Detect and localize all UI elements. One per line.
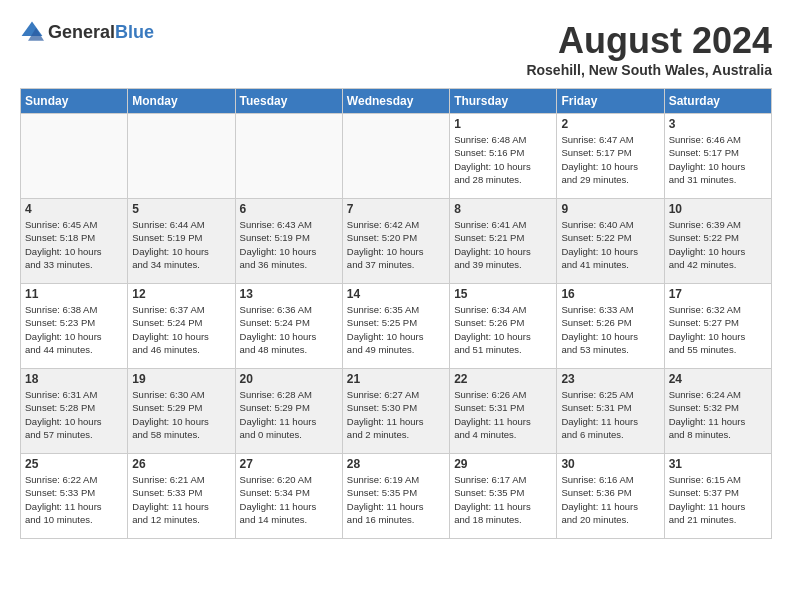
day-info: Sunrise: 6:46 AM Sunset: 5:17 PM Dayligh… bbox=[669, 133, 767, 186]
calendar-cell: 27Sunrise: 6:20 AM Sunset: 5:34 PM Dayli… bbox=[235, 454, 342, 539]
week-row-3: 11Sunrise: 6:38 AM Sunset: 5:23 PM Dayli… bbox=[21, 284, 772, 369]
calendar-cell: 14Sunrise: 6:35 AM Sunset: 5:25 PM Dayli… bbox=[342, 284, 449, 369]
day-info: Sunrise: 6:31 AM Sunset: 5:28 PM Dayligh… bbox=[25, 388, 123, 441]
calendar-cell: 20Sunrise: 6:28 AM Sunset: 5:29 PM Dayli… bbox=[235, 369, 342, 454]
week-row-4: 18Sunrise: 6:31 AM Sunset: 5:28 PM Dayli… bbox=[21, 369, 772, 454]
day-info: Sunrise: 6:37 AM Sunset: 5:24 PM Dayligh… bbox=[132, 303, 230, 356]
day-number: 14 bbox=[347, 287, 445, 301]
calendar-cell: 7Sunrise: 6:42 AM Sunset: 5:20 PM Daylig… bbox=[342, 199, 449, 284]
calendar-cell: 1Sunrise: 6:48 AM Sunset: 5:16 PM Daylig… bbox=[450, 114, 557, 199]
day-info: Sunrise: 6:40 AM Sunset: 5:22 PM Dayligh… bbox=[561, 218, 659, 271]
day-info: Sunrise: 6:19 AM Sunset: 5:35 PM Dayligh… bbox=[347, 473, 445, 526]
day-info: Sunrise: 6:26 AM Sunset: 5:31 PM Dayligh… bbox=[454, 388, 552, 441]
weekday-header-wednesday: Wednesday bbox=[342, 89, 449, 114]
day-number: 8 bbox=[454, 202, 552, 216]
weekday-header-thursday: Thursday bbox=[450, 89, 557, 114]
day-info: Sunrise: 6:43 AM Sunset: 5:19 PM Dayligh… bbox=[240, 218, 338, 271]
logo-general-text: General bbox=[48, 22, 115, 42]
calendar-cell: 10Sunrise: 6:39 AM Sunset: 5:22 PM Dayli… bbox=[664, 199, 771, 284]
day-number: 3 bbox=[669, 117, 767, 131]
day-number: 1 bbox=[454, 117, 552, 131]
logo-blue-text: Blue bbox=[115, 22, 154, 42]
day-info: Sunrise: 6:16 AM Sunset: 5:36 PM Dayligh… bbox=[561, 473, 659, 526]
day-number: 7 bbox=[347, 202, 445, 216]
calendar-cell: 16Sunrise: 6:33 AM Sunset: 5:26 PM Dayli… bbox=[557, 284, 664, 369]
calendar-cell: 6Sunrise: 6:43 AM Sunset: 5:19 PM Daylig… bbox=[235, 199, 342, 284]
day-number: 18 bbox=[25, 372, 123, 386]
calendar-cell: 31Sunrise: 6:15 AM Sunset: 5:37 PM Dayli… bbox=[664, 454, 771, 539]
day-info: Sunrise: 6:20 AM Sunset: 5:34 PM Dayligh… bbox=[240, 473, 338, 526]
calendar-cell: 28Sunrise: 6:19 AM Sunset: 5:35 PM Dayli… bbox=[342, 454, 449, 539]
day-info: Sunrise: 6:21 AM Sunset: 5:33 PM Dayligh… bbox=[132, 473, 230, 526]
calendar-cell: 11Sunrise: 6:38 AM Sunset: 5:23 PM Dayli… bbox=[21, 284, 128, 369]
calendar-cell: 30Sunrise: 6:16 AM Sunset: 5:36 PM Dayli… bbox=[557, 454, 664, 539]
calendar-cell: 21Sunrise: 6:27 AM Sunset: 5:30 PM Dayli… bbox=[342, 369, 449, 454]
week-row-5: 25Sunrise: 6:22 AM Sunset: 5:33 PM Dayli… bbox=[21, 454, 772, 539]
calendar-cell: 8Sunrise: 6:41 AM Sunset: 5:21 PM Daylig… bbox=[450, 199, 557, 284]
day-info: Sunrise: 6:47 AM Sunset: 5:17 PM Dayligh… bbox=[561, 133, 659, 186]
day-number: 15 bbox=[454, 287, 552, 301]
weekday-header-sunday: Sunday bbox=[21, 89, 128, 114]
day-number: 17 bbox=[669, 287, 767, 301]
weekday-header-row: SundayMondayTuesdayWednesdayThursdayFrid… bbox=[21, 89, 772, 114]
calendar-cell bbox=[342, 114, 449, 199]
day-info: Sunrise: 6:36 AM Sunset: 5:24 PM Dayligh… bbox=[240, 303, 338, 356]
day-info: Sunrise: 6:45 AM Sunset: 5:18 PM Dayligh… bbox=[25, 218, 123, 271]
day-number: 9 bbox=[561, 202, 659, 216]
calendar-cell bbox=[128, 114, 235, 199]
week-row-2: 4Sunrise: 6:45 AM Sunset: 5:18 PM Daylig… bbox=[21, 199, 772, 284]
day-info: Sunrise: 6:34 AM Sunset: 5:26 PM Dayligh… bbox=[454, 303, 552, 356]
day-info: Sunrise: 6:39 AM Sunset: 5:22 PM Dayligh… bbox=[669, 218, 767, 271]
day-number: 26 bbox=[132, 457, 230, 471]
day-number: 4 bbox=[25, 202, 123, 216]
day-number: 6 bbox=[240, 202, 338, 216]
logo-icon bbox=[20, 20, 44, 44]
day-number: 30 bbox=[561, 457, 659, 471]
week-row-1: 1Sunrise: 6:48 AM Sunset: 5:16 PM Daylig… bbox=[21, 114, 772, 199]
calendar-cell: 22Sunrise: 6:26 AM Sunset: 5:31 PM Dayli… bbox=[450, 369, 557, 454]
day-number: 29 bbox=[454, 457, 552, 471]
calendar-cell: 3Sunrise: 6:46 AM Sunset: 5:17 PM Daylig… bbox=[664, 114, 771, 199]
day-number: 22 bbox=[454, 372, 552, 386]
day-number: 27 bbox=[240, 457, 338, 471]
day-info: Sunrise: 6:15 AM Sunset: 5:37 PM Dayligh… bbox=[669, 473, 767, 526]
day-info: Sunrise: 6:28 AM Sunset: 5:29 PM Dayligh… bbox=[240, 388, 338, 441]
calendar-cell: 15Sunrise: 6:34 AM Sunset: 5:26 PM Dayli… bbox=[450, 284, 557, 369]
calendar-cell: 19Sunrise: 6:30 AM Sunset: 5:29 PM Dayli… bbox=[128, 369, 235, 454]
day-info: Sunrise: 6:33 AM Sunset: 5:26 PM Dayligh… bbox=[561, 303, 659, 356]
day-number: 5 bbox=[132, 202, 230, 216]
day-number: 12 bbox=[132, 287, 230, 301]
weekday-header-tuesday: Tuesday bbox=[235, 89, 342, 114]
calendar-cell: 13Sunrise: 6:36 AM Sunset: 5:24 PM Dayli… bbox=[235, 284, 342, 369]
day-number: 11 bbox=[25, 287, 123, 301]
calendar-table: SundayMondayTuesdayWednesdayThursdayFrid… bbox=[20, 88, 772, 539]
weekday-header-saturday: Saturday bbox=[664, 89, 771, 114]
calendar-cell: 2Sunrise: 6:47 AM Sunset: 5:17 PM Daylig… bbox=[557, 114, 664, 199]
day-info: Sunrise: 6:32 AM Sunset: 5:27 PM Dayligh… bbox=[669, 303, 767, 356]
day-number: 20 bbox=[240, 372, 338, 386]
day-number: 16 bbox=[561, 287, 659, 301]
day-number: 21 bbox=[347, 372, 445, 386]
calendar-cell: 26Sunrise: 6:21 AM Sunset: 5:33 PM Dayli… bbox=[128, 454, 235, 539]
day-info: Sunrise: 6:24 AM Sunset: 5:32 PM Dayligh… bbox=[669, 388, 767, 441]
day-info: Sunrise: 6:38 AM Sunset: 5:23 PM Dayligh… bbox=[25, 303, 123, 356]
day-number: 25 bbox=[25, 457, 123, 471]
calendar-cell: 24Sunrise: 6:24 AM Sunset: 5:32 PM Dayli… bbox=[664, 369, 771, 454]
calendar-cell: 9Sunrise: 6:40 AM Sunset: 5:22 PM Daylig… bbox=[557, 199, 664, 284]
title-area: August 2024 Rosehill, New South Wales, A… bbox=[526, 20, 772, 78]
calendar-cell: 18Sunrise: 6:31 AM Sunset: 5:28 PM Dayli… bbox=[21, 369, 128, 454]
day-number: 19 bbox=[132, 372, 230, 386]
calendar-cell: 12Sunrise: 6:37 AM Sunset: 5:24 PM Dayli… bbox=[128, 284, 235, 369]
day-info: Sunrise: 6:44 AM Sunset: 5:19 PM Dayligh… bbox=[132, 218, 230, 271]
day-info: Sunrise: 6:35 AM Sunset: 5:25 PM Dayligh… bbox=[347, 303, 445, 356]
logo: GeneralBlue bbox=[20, 20, 154, 44]
calendar-cell bbox=[235, 114, 342, 199]
calendar-cell bbox=[21, 114, 128, 199]
calendar-cell: 5Sunrise: 6:44 AM Sunset: 5:19 PM Daylig… bbox=[128, 199, 235, 284]
month-year-title: August 2024 bbox=[526, 20, 772, 62]
day-info: Sunrise: 6:41 AM Sunset: 5:21 PM Dayligh… bbox=[454, 218, 552, 271]
calendar-cell: 23Sunrise: 6:25 AM Sunset: 5:31 PM Dayli… bbox=[557, 369, 664, 454]
day-info: Sunrise: 6:30 AM Sunset: 5:29 PM Dayligh… bbox=[132, 388, 230, 441]
calendar-cell: 25Sunrise: 6:22 AM Sunset: 5:33 PM Dayli… bbox=[21, 454, 128, 539]
day-number: 13 bbox=[240, 287, 338, 301]
